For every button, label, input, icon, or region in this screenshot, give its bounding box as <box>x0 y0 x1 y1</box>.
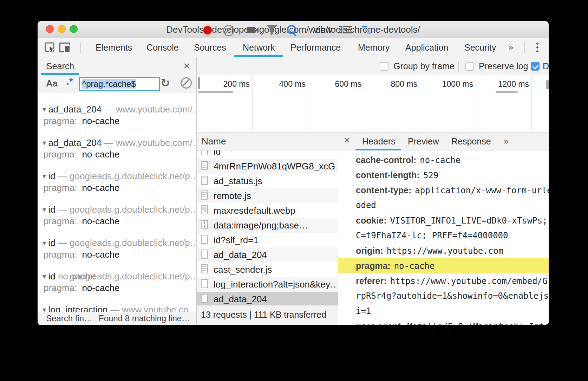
timeline-tick: 400 ms <box>279 79 306 89</box>
timeline-tick: 200 ms <box>223 79 250 89</box>
search-match-count: Found 8 matching line… <box>99 312 190 325</box>
tab-response[interactable]: Response <box>451 133 491 150</box>
record-network-log-button[interactable] <box>203 26 212 34</box>
devtools-tabbar: Elements Console Sources Network Perform… <box>38 38 549 58</box>
file-icon <box>201 150 208 155</box>
network-row[interactable]: ad_data_204 <box>197 247 338 262</box>
clear-search-icon[interactable] <box>181 77 192 89</box>
network-summary-bar: 13 requests | 111 KB transferred <box>197 305 338 325</box>
tab-headers[interactable]: Headers <box>362 133 396 150</box>
tab-preview[interactable]: Preview <box>408 133 439 150</box>
network-row[interactable]: remote.js <box>197 188 338 203</box>
network-row[interactable]: log_interaction?alt=json&key… <box>197 277 338 292</box>
large-rows-view-icon[interactable] <box>339 26 352 34</box>
active-tab-underline <box>234 55 283 57</box>
file-icon <box>201 220 208 229</box>
timeline-tick: 800 ms <box>391 79 417 89</box>
group-by-frame-checkbox[interactable] <box>380 62 388 71</box>
search-status: Search fin… <box>46 312 92 325</box>
overview-resource-bar <box>496 91 518 93</box>
search-input[interactable]: ^prag.*cache$ <box>79 77 160 91</box>
file-icon <box>201 250 208 259</box>
network-row[interactable]: ad_status.js <box>197 174 338 188</box>
preserve-log-label: Preserve log <box>479 57 528 75</box>
tab-console[interactable]: Console <box>146 38 179 57</box>
waterfall-view-icon[interactable] <box>362 26 373 34</box>
refresh-search-icon[interactable]: ↻ <box>161 76 170 90</box>
tab-memory[interactable]: Memory <box>358 38 390 57</box>
network-row-selected[interactable]: ad_data_204 <box>197 292 338 305</box>
clear-network-log-icon[interactable] <box>223 25 234 36</box>
tab-security[interactable]: Security <box>464 38 496 57</box>
search-network-icon[interactable] <box>287 25 296 34</box>
search-panel-header: Search × <box>38 57 196 75</box>
request-summary: 13 requests | 111 KB transferred <box>201 305 326 324</box>
tab-network[interactable]: Network <box>243 38 275 57</box>
network-row[interactable]: id <box>197 150 338 159</box>
request-details-pane: × Headers Preview Response » cache-contr… <box>338 133 549 325</box>
regex-toggle[interactable]: .* <box>66 76 73 87</box>
more-detail-tabs-icon[interactable]: » <box>503 133 509 150</box>
search-results: ▾ ad_data_204 — www.youtube.com/… pragma… <box>38 93 196 312</box>
name-column-header[interactable]: Name <box>197 133 338 150</box>
file-icon <box>201 161 208 170</box>
timeline-tick: 600 ms <box>335 79 361 89</box>
overview-resource-bar <box>198 91 233 93</box>
network-row[interactable]: maxresdefault.webp <box>197 203 338 218</box>
network-row[interactable]: 4mrRnEPnWo81qWPG8_xcG… <box>197 159 338 174</box>
network-overview-timeline: 200 ms 400 ms 600 ms 800 ms 1000 ms 1200… <box>196 75 549 133</box>
tab-performance[interactable]: Performance <box>290 38 341 57</box>
network-row[interactable]: id?slf_rd=1 <box>197 233 338 247</box>
file-icon <box>201 205 208 214</box>
group-by-frame-label: Group by frame <box>393 57 455 75</box>
network-row[interactable]: cast_sender.js <box>197 262 338 277</box>
file-icon <box>201 294 208 303</box>
network-row[interactable]: data:image/png;base… <box>197 218 338 233</box>
search-status-bar: Search fin… Found 8 matching line… <box>38 312 196 325</box>
view-label: View: <box>313 21 334 39</box>
disable-cache-label: D <box>543 57 549 75</box>
inspect-element-icon[interactable] <box>45 42 57 53</box>
capture-screenshots-icon[interactable] <box>247 27 255 33</box>
file-icon <box>201 264 208 273</box>
file-icon <box>201 176 208 185</box>
timeline-tick: 1000 ms <box>442 79 473 89</box>
details-tabbar: × Headers Preview Response » <box>338 133 549 150</box>
highlighted-header-line: pragma:no-cache <box>338 258 549 273</box>
match-case-toggle[interactable]: Aa <box>46 78 58 89</box>
search-controls: Aa .* ^prag.*cache$ ↻ <box>38 75 196 93</box>
tab-elements[interactable]: Elements <box>96 38 132 57</box>
devtools-window: DevTools - developers.google.com/web/too… <box>38 21 549 325</box>
timeline-tick: 1200 ms <box>498 79 529 89</box>
headers-content: cache-control:no-cache content-length:52… <box>338 150 549 325</box>
toggle-device-toolbar-icon[interactable] <box>59 43 71 53</box>
close-search-panel-icon[interactable]: × <box>183 59 190 72</box>
disable-cache-checkbox[interactable] <box>531 62 540 71</box>
file-icon <box>201 235 208 244</box>
close-details-icon[interactable]: × <box>344 134 350 146</box>
more-tabs-icon[interactable]: » <box>508 38 514 57</box>
overview-scroll-thumb[interactable] <box>546 80 549 89</box>
network-request-table: Name id 4mrRnEPnWo81qWPG8_xcG… ad_status… <box>196 133 338 325</box>
overview-resource-bar <box>198 77 200 89</box>
preserve-log-checkbox[interactable] <box>465 62 474 71</box>
file-icon <box>201 190 208 200</box>
search-panel: Search × Aa .* ^prag.*cache$ ↻ ▾ ad_data… <box>38 57 196 325</box>
search-panel-title: Search <box>46 57 74 75</box>
tab-sources[interactable]: Sources <box>194 38 226 57</box>
network-rows: id 4mrRnEPnWo81qWPG8_xcG… ad_status.js r… <box>197 150 338 305</box>
tab-application[interactable]: Application <box>405 38 448 57</box>
file-icon <box>201 279 208 288</box>
